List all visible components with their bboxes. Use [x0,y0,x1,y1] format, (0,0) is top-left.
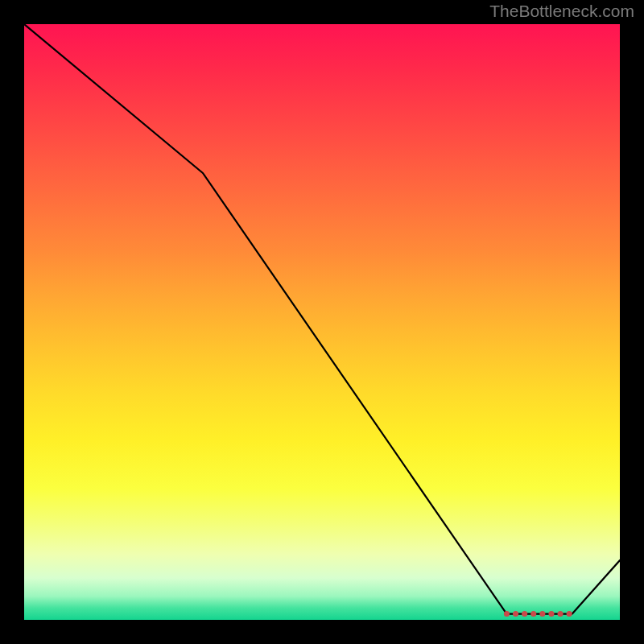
chart-overlay [24,24,620,620]
chart-container: TheBottleneck.com [0,0,644,644]
attribution-text: TheBottleneck.com [489,2,634,21]
plot-area [24,24,620,620]
bottleneck-curve [24,24,620,614]
